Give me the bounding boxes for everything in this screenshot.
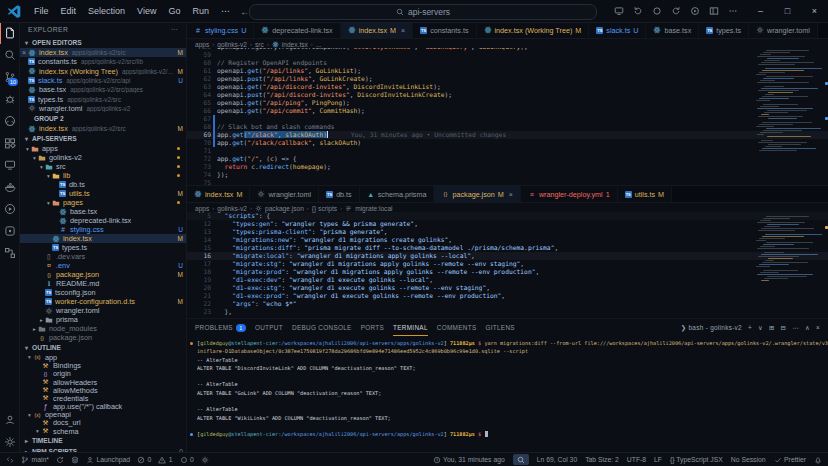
- split-terminal-icon[interactable]: ⊞: [769, 324, 775, 332]
- activity-extensions[interactable]: [0, 132, 19, 154]
- status-bell[interactable]: [814, 456, 822, 464]
- status-no-session[interactable]: No Session: [731, 456, 766, 463]
- activity-remote-explorer[interactable]: [0, 154, 19, 176]
- tree-item-src[interactable]: ▾src: [20, 162, 186, 171]
- open-editor-item[interactable]: index.tsxapps/golinks-v2/srcM: [20, 124, 186, 133]
- editor-group-2[interactable]: index.tsxMwrangler.tomlTSdb.ts▲schema.pr…: [187, 185, 828, 319]
- menu-file[interactable]: File: [28, 6, 55, 16]
- status-gear[interactable]: [201, 456, 209, 464]
- menu-go[interactable]: Go: [162, 6, 186, 16]
- tab-basetsx[interactable]: base.tsx: [646, 22, 699, 38]
- tree-item-golinksv2[interactable]: ▾golinks-v2: [20, 153, 186, 162]
- tree-item-dbts[interactable]: TSdb.ts: [20, 180, 186, 189]
- status-error-0[interactable]: 0: [137, 456, 151, 464]
- tree-item-basetsx[interactable]: base.tsx: [20, 207, 186, 216]
- outline-header[interactable]: ▾OUTLINE: [20, 342, 186, 353]
- tab-packagejson[interactable]: {}package.jsonM×: [434, 186, 520, 202]
- tab-schemaprisma[interactable]: ▲schema.prisma: [360, 186, 435, 202]
- menu-selection[interactable]: Selection: [82, 6, 131, 16]
- panel-tab-gitlens[interactable]: GITLENS: [485, 319, 514, 336]
- status-branch-main[interactable]: main*: [21, 456, 49, 464]
- titlebar-playc-icon[interactable]: [690, 6, 700, 16]
- tree-item-prisma[interactable]: ▸prisma: [20, 315, 186, 324]
- status-person-launchpad[interactable]: Launchpad: [86, 456, 130, 464]
- menu-view[interactable]: View: [131, 6, 162, 16]
- open-editor-item[interactable]: wrangler.tomlapps/golinks-v2: [20, 104, 186, 113]
- breadcrumb-item[interactable]: index.tsx: [282, 41, 308, 48]
- timeline-header[interactable]: ▸TIMELINE: [20, 435, 186, 446]
- breadcrumb-item[interactable]: package.json: [265, 205, 304, 212]
- tree-item-pages[interactable]: ▾pages: [20, 198, 186, 207]
- panel-tab-output[interactable]: OUTPUT: [255, 319, 283, 336]
- open-editor-item[interactable]: index.tsx (Working Tree)apps/golinks-v2/…: [20, 67, 186, 76]
- activity-manage[interactable]: [0, 431, 19, 453]
- activity-testing[interactable]: [0, 198, 19, 220]
- tab-wranglertoml[interactable]: wrangler.toml: [749, 22, 818, 38]
- more-actions-icon[interactable]: ⋯: [792, 324, 799, 332]
- status-ln-69-col-30[interactable]: Ln 69, Col 30: [537, 456, 577, 463]
- open-editor-item[interactable]: ×index.tsxapps/golinks-v2/srcM: [20, 48, 186, 57]
- outline-item[interactable]: ƒapp.use("/*") callback: [20, 403, 186, 411]
- tree-item-deprecatedlinktsx[interactable]: deprecated-link.tsx: [20, 216, 186, 225]
- titlebar-dots-icon[interactable]: [728, 6, 738, 16]
- tree-item-typests[interactable]: TStypes.ts: [20, 243, 186, 252]
- minimize-button[interactable]: –: [747, 0, 774, 22]
- tab-deprecatedlinktsx[interactable]: deprecated-link.tsx: [254, 22, 340, 38]
- close-editor-icon[interactable]: ×: [20, 49, 28, 56]
- tree-item-packagejson[interactable]: {}package.json: [20, 333, 186, 342]
- tab-slackts[interactable]: TSslack.tsU: [589, 22, 646, 38]
- activity-docker[interactable]: [0, 176, 19, 198]
- status-search[interactable]: [513, 454, 529, 465]
- code-editor[interactable]: 5 "scripts": {12 "types:gen": "wrangler …: [187, 212, 828, 319]
- titlebar-undo-icon[interactable]: [633, 6, 643, 16]
- tree-item-env[interactable]: ¤.envU: [20, 261, 186, 270]
- tree-item-workerconfigurationdts[interactable]: TSworker-configuration.d.tsM: [20, 297, 186, 306]
- outline-item[interactable]: ⚒docs_url: [20, 419, 186, 427]
- breadcrumb-item[interactable]: golinks-v2: [217, 205, 247, 212]
- status-utf-8[interactable]: UTF-8: [627, 456, 646, 463]
- panel-tab-terminal[interactable]: TERMINAL: [393, 319, 428, 336]
- breadcrumb-item[interactable]: apps: [195, 205, 209, 212]
- status-tab-size-2[interactable]: Tab Size: 2: [585, 456, 619, 463]
- breadcrumb-item[interactable]: src: [255, 41, 264, 48]
- outline-item[interactable]: ⚒Bindings: [20, 362, 186, 370]
- tree-item-devvars[interactable]: ▯.dev.vars: [20, 252, 186, 261]
- status-layers[interactable]: [71, 456, 79, 464]
- breadcrumb-item[interactable]: apps: [195, 41, 209, 48]
- panel-tab-comments[interactable]: COMMENTS: [437, 319, 477, 336]
- tree-item-tsconfigjson[interactable]: TStsconfig.json: [20, 288, 186, 297]
- activity-explorer[interactable]: [0, 22, 19, 44]
- activity-accounts[interactable]: [0, 409, 19, 431]
- status-circle-0[interactable]: 0: [180, 456, 194, 464]
- outline-item[interactable]: ▾⚒schema: [20, 427, 186, 435]
- open-editor-item[interactable]: TSslack.tsapps/golinks-v2/src/apiU: [20, 76, 186, 85]
- status-lf[interactable]: LF: [654, 456, 662, 463]
- tab-indextsx[interactable]: index.tsxM: [187, 186, 250, 202]
- outline-item[interactable]: ⚒allowMethods: [20, 386, 186, 394]
- outline-item[interactable]: {}origin: [20, 370, 186, 378]
- status-check-prettier[interactable]: Prettier: [774, 456, 806, 464]
- close-panel-icon[interactable]: ×: [816, 324, 820, 331]
- tab-utilsts[interactable]: TSutils.tsM: [618, 186, 672, 202]
- open-editors-header[interactable]: ▾OPEN EDITORS: [20, 37, 186, 48]
- panel-tab-debugconsole[interactable]: DEBUG CONSOLE: [292, 319, 352, 336]
- close-button[interactable]: ×: [801, 0, 828, 22]
- tree-item-utilsts[interactable]: TSutils.tsM: [20, 189, 186, 198]
- breadcrumb-item[interactable]: {} scripts: [312, 205, 337, 212]
- tab-indextsxWorkingTree[interactable]: index.tsx (Working Tree)M: [477, 22, 590, 38]
- menu-edit[interactable]: Edit: [55, 6, 83, 16]
- tab-typests[interactable]: TStypes.ts: [699, 22, 749, 38]
- status-typescript-jsx[interactable]: {} TypeScript JSX: [670, 456, 723, 463]
- outline-item[interactable]: ▾(x)openapi: [20, 411, 186, 419]
- tab-wranglerdeployyml[interactable]: ≡wrangler-deploy.yml1: [521, 186, 618, 202]
- editor-group-1[interactable]: #styling.cssUdeprecated-link.tsxindex.ts…: [187, 22, 828, 185]
- outline-item[interactable]: ⚒credentials: [20, 394, 186, 402]
- panel-tab-ports[interactable]: PORTS: [361, 319, 384, 336]
- tree-item-apps[interactable]: ▾apps: [20, 144, 186, 153]
- breadcrumb-item[interactable]: migrate:local: [355, 205, 392, 212]
- activity-ports[interactable]: [0, 242, 19, 264]
- tree-item-nodemodules[interactable]: ▸node_modules: [20, 324, 186, 333]
- tab-dbts[interactable]: TSdb.ts: [319, 186, 360, 202]
- close-tab-icon[interactable]: ×: [509, 191, 513, 198]
- open-editor-item[interactable]: base.tsxapps/golinks-v2/src/pages: [20, 85, 186, 94]
